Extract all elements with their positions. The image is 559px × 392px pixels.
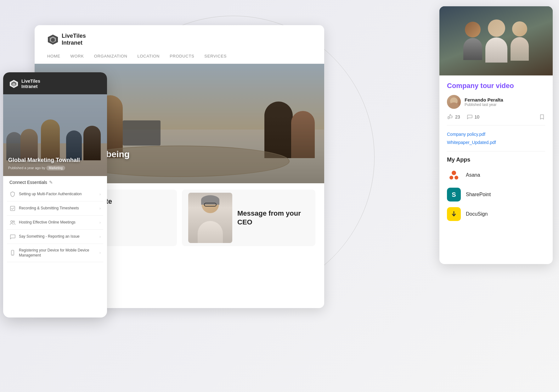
svg-point-8 [13,221,15,222]
list-item-device-text: Registering your Device for Mobile Devic… [19,248,99,258]
ceo-body [198,221,223,243]
comment-reaction[interactable]: 10 [466,114,480,120]
nav-home[interactable]: HOME [47,54,60,58]
list-item-timesheets[interactable]: Recording & Submitting Timesheets › [7,202,103,216]
comment-icon [466,114,473,120]
asana-left-dot [449,176,453,179]
mobile-hero-overlay [3,94,107,176]
svg-rect-11 [448,117,449,119]
chevron-icon-1: › [99,206,101,211]
docusign-icon [447,207,461,221]
nav-products[interactable]: PRODUCTS [170,54,194,58]
like-count: 23 [455,114,460,119]
reaction-row: 23 10 [447,114,545,125]
mobile-card: LiveTilesIntranet Global Marketing Townh… [3,72,107,317]
list-item-meetings-left: Hosting Effective Online Meetings [9,219,99,226]
video-title: Company tour video [447,82,545,90]
author-name: Fernando Peralta [465,97,503,102]
list-item-mfa-left: Setting up Multi-Factor Authentication [9,191,99,197]
chevron-icon-2: › [99,220,101,225]
asana-label: Asana [466,172,480,178]
author-meta: Published last year [465,102,503,107]
author-info: Fernando Peralta Published last year [465,97,503,107]
edit-icon[interactable]: ✎ [49,180,53,185]
video-thumbnail [439,6,553,75]
svg-rect-6 [10,206,15,211]
ceo-glasses [204,203,217,207]
right-content: Company tour video Fernando Peralta Publ… [439,75,553,233]
list-item-timesheets-text: Recording & Submitting Timesheets [19,206,79,211]
main-logo: LiveTilesIntranet [47,33,86,46]
comment-count: 10 [475,114,480,119]
list-item-reporting-left: Say Something - Reporting an Issue [9,234,99,240]
main-nav: HOME WORK ORGANIZATION LOCATION PRODUCTS… [35,51,324,64]
sharepoint-label: SharePoint [466,192,491,197]
livetiles-logo-icon [47,34,59,45]
main-logo-text: LiveTilesIntranet [62,33,86,46]
author-row: Fernando Peralta Published last year [447,95,545,109]
mobile-hero-sub: Published a year ago by Marketing [8,166,65,170]
mobile-hero-badge: Marketing [46,166,65,170]
file-link-2[interactable]: Whitepaper_Updated.pdf [447,140,545,145]
nav-location[interactable]: LOCATION [137,54,160,58]
app-item-asana[interactable]: Asana [447,168,545,182]
ceo-message-card[interactable]: Message from your CEO [182,190,315,246]
sharepoint-icon: S [447,188,461,202]
asana-icon [447,168,461,182]
ceo-message-title: Message from your CEO [237,209,309,227]
asana-right-dot [455,176,458,179]
bookmark-icon [539,114,545,120]
chat-icon [9,234,16,240]
scene: LiveTilesIntranet HOME WORK ORGANIZATION… [0,0,559,392]
mobile-hero: Global Marketing Townhall Published a ye… [3,94,107,176]
chevron-icon-4: › [99,251,101,255]
app-item-docusign[interactable]: DocuSign [447,207,545,221]
nav-work[interactable]: WORK [71,54,84,58]
like-reaction[interactable]: 23 [447,114,460,120]
asana-bottom-dots [449,176,458,179]
people-icon [9,219,16,226]
check-icon [9,205,16,212]
list-item-device-left: Registering your Device for Mobile Devic… [9,248,99,258]
list-item-mfa[interactable]: Setting up Multi-Factor Authentication › [7,187,103,202]
mobile-hero-title: Global Marketing Townhall [8,157,80,163]
svg-point-10 [12,254,13,255]
asana-dots [449,171,458,179]
mobile-logo-text: LiveTilesIntranet [21,79,40,89]
bookmark-button[interactable] [539,114,545,120]
shield-icon [9,191,16,197]
app-item-sharepoint[interactable]: S SharePoint [447,188,545,202]
docusign-arrow-icon [450,210,458,218]
my-apps-section: My Apps Asana S [447,151,545,221]
chevron-icon-0: › [99,192,101,196]
nav-services[interactable]: SERVICES [204,54,227,58]
my-apps-title: My Apps [447,157,545,163]
mobile-header: LiveTilesIntranet [3,72,107,94]
list-item-reporting[interactable]: Say Something - Reporting an Issue › [7,230,103,244]
list-item-device[interactable]: Registering your Device for Mobile Devic… [7,244,103,262]
list-item-timesheets-left: Recording & Submitting Timesheets [9,205,99,212]
nav-organization[interactable]: ORGANIZATION [94,54,127,58]
main-card-header: LiveTilesIntranet [35,25,324,51]
list-item-meetings[interactable]: Hosting Effective Online Meetings › [7,216,103,230]
list-item-reporting-text: Say Something - Reporting an Issue [19,234,80,239]
phone-icon [9,250,16,256]
right-panel-card: Company tour video Fernando Peralta Publ… [439,6,553,264]
mobile-list: Setting up Multi-Factor Authentication ›… [3,187,107,262]
thumbs-up-icon [447,114,453,120]
ceo-photo [188,193,232,243]
asana-top-dot [452,171,456,175]
mobile-section-title: Connect Essentials ✎ [3,176,107,187]
mobile-logo-icon [9,80,18,88]
svg-point-7 [11,221,13,223]
author-avatar [447,95,461,109]
chevron-icon-3: › [99,235,101,239]
file-link-1[interactable]: Company policy.pdf [447,132,545,137]
list-item-meetings-text: Hosting Effective Online Meetings [19,220,76,225]
docusign-label: DocuSign [466,211,488,217]
list-item-mfa-text: Setting up Multi-Factor Authentication [19,191,82,197]
